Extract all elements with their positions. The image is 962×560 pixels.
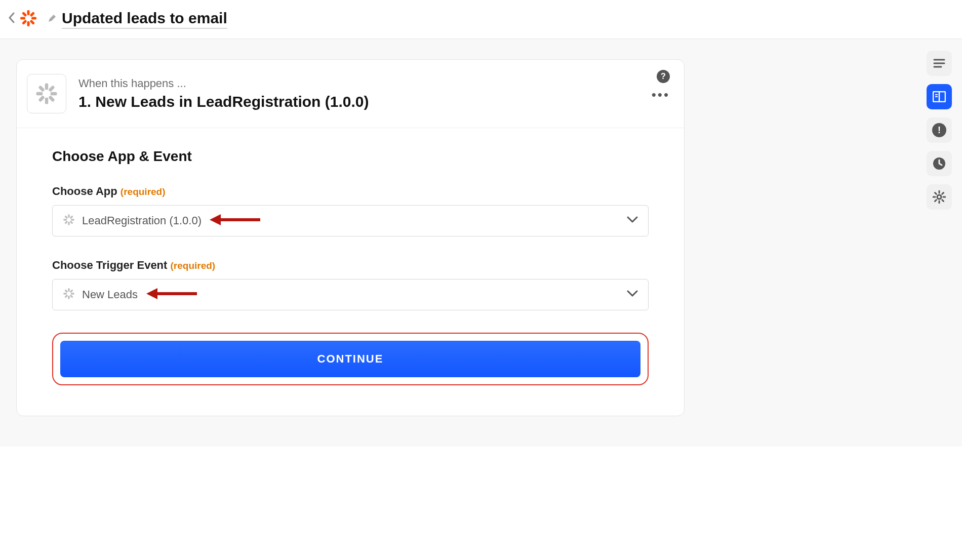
svg-point-44 bbox=[937, 195, 941, 199]
svg-rect-11 bbox=[51, 92, 57, 95]
choose-event-required: (required) bbox=[171, 260, 216, 271]
choose-app-label-text: Choose App bbox=[52, 185, 117, 197]
svg-rect-1 bbox=[27, 21, 30, 26]
svg-rect-19 bbox=[71, 219, 74, 220]
svg-rect-20 bbox=[70, 215, 73, 219]
zap-title[interactable]: Updated leads to email bbox=[62, 10, 227, 29]
svg-rect-13 bbox=[38, 95, 45, 102]
svg-rect-21 bbox=[64, 221, 68, 224]
svg-rect-2 bbox=[20, 17, 25, 20]
svg-line-52 bbox=[942, 193, 944, 194]
svg-line-49 bbox=[935, 193, 937, 194]
svg-rect-9 bbox=[45, 98, 48, 104]
chevron-down-icon bbox=[627, 216, 638, 225]
rail-outline-icon[interactable] bbox=[927, 51, 952, 76]
event-option-icon bbox=[63, 288, 75, 302]
continue-highlight: CONTINUE bbox=[52, 333, 649, 385]
choose-app-select[interactable]: LeadRegistration (1.0.0) bbox=[52, 205, 649, 236]
more-menu-icon[interactable]: ••• bbox=[652, 92, 670, 97]
svg-rect-5 bbox=[22, 19, 27, 25]
chevron-down-icon bbox=[627, 290, 638, 299]
svg-rect-33 bbox=[70, 295, 73, 298]
svg-rect-22 bbox=[64, 215, 68, 219]
workspace: When this happens ... 1. New Leads in Le… bbox=[0, 39, 962, 447]
zapier-logo-icon[interactable] bbox=[19, 9, 37, 29]
top-bar: Updated leads to email bbox=[0, 0, 962, 39]
svg-rect-32 bbox=[64, 289, 68, 293]
svg-rect-8 bbox=[45, 84, 48, 90]
svg-rect-17 bbox=[68, 222, 69, 225]
svg-line-51 bbox=[935, 200, 937, 202]
svg-marker-35 bbox=[146, 288, 157, 299]
rail-history-icon[interactable] bbox=[927, 151, 952, 176]
choose-event-select[interactable]: New Leads bbox=[52, 279, 649, 310]
svg-rect-7 bbox=[29, 19, 35, 25]
svg-rect-29 bbox=[71, 293, 74, 294]
step-app-icon bbox=[27, 74, 66, 113]
svg-rect-16 bbox=[68, 214, 69, 218]
rail-issues-icon[interactable]: ! bbox=[927, 117, 952, 143]
svg-rect-15 bbox=[48, 95, 55, 102]
section-title: Choose App & Event bbox=[52, 148, 649, 165]
help-icon[interactable]: ? bbox=[657, 70, 670, 83]
step-pre-label: When this happens ... bbox=[78, 77, 664, 90]
annotation-arrow-icon bbox=[210, 212, 260, 229]
rail-guide-icon[interactable] bbox=[927, 84, 952, 109]
svg-line-50 bbox=[942, 200, 944, 202]
edit-pencil-icon[interactable] bbox=[48, 14, 57, 25]
choose-event-label-text: Choose Trigger Event bbox=[52, 259, 167, 271]
svg-rect-23 bbox=[70, 221, 73, 224]
svg-rect-10 bbox=[36, 92, 43, 95]
trigger-card-header: When this happens ... 1. New Leads in Le… bbox=[17, 60, 684, 128]
choose-app-value: LeadRegistration (1.0.0) bbox=[82, 214, 202, 227]
svg-rect-6 bbox=[22, 12, 27, 17]
back-chevron-icon[interactable] bbox=[6, 12, 17, 26]
trigger-card: When this happens ... 1. New Leads in Le… bbox=[16, 59, 685, 416]
svg-rect-26 bbox=[68, 288, 69, 292]
right-rail: ! bbox=[927, 51, 952, 210]
choose-event-label: Choose Trigger Event (required) bbox=[52, 259, 649, 272]
trigger-card-body: Choose App & Event Choose App (required) bbox=[17, 128, 684, 416]
svg-marker-25 bbox=[210, 214, 221, 225]
annotation-arrow-icon bbox=[146, 286, 197, 303]
step-title: 1. New Leads in LeadRegistration (1.0.0) bbox=[78, 93, 664, 110]
choose-app-required: (required) bbox=[121, 186, 166, 197]
app-option-icon bbox=[63, 214, 75, 228]
svg-rect-4 bbox=[29, 12, 35, 17]
choose-event-field: Choose Trigger Event (required) bbox=[52, 259, 649, 310]
choose-event-value: New Leads bbox=[82, 288, 138, 301]
svg-rect-28 bbox=[63, 293, 67, 294]
choose-app-field: Choose App (required) bbox=[52, 185, 649, 236]
rail-settings-icon[interactable] bbox=[927, 184, 952, 210]
choose-app-label: Choose App (required) bbox=[52, 185, 649, 198]
svg-rect-31 bbox=[64, 295, 68, 298]
svg-rect-12 bbox=[48, 85, 55, 92]
svg-rect-3 bbox=[31, 17, 36, 20]
svg-rect-18 bbox=[63, 219, 67, 220]
svg-rect-27 bbox=[68, 296, 69, 299]
continue-button[interactable]: CONTINUE bbox=[60, 341, 640, 377]
svg-rect-30 bbox=[70, 289, 73, 293]
svg-rect-0 bbox=[27, 10, 30, 15]
svg-rect-14 bbox=[38, 85, 45, 92]
